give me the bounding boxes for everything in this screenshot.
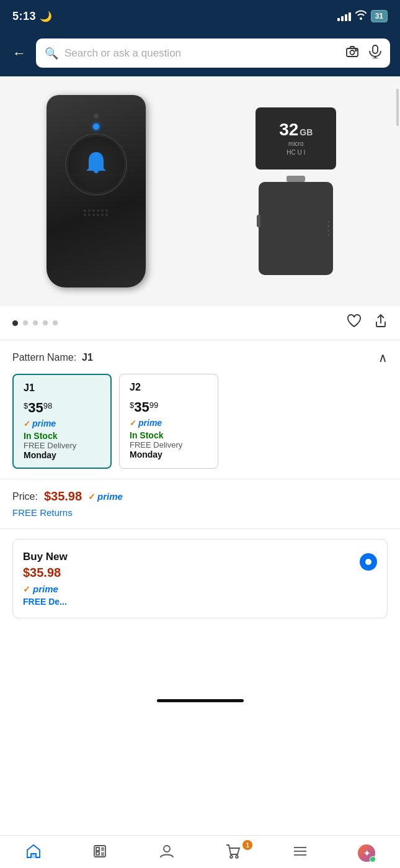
sd-type-label: micro — [288, 140, 303, 147]
nav-ai[interactable]: ✦ — [351, 844, 382, 862]
wishlist-button[interactable] — [347, 314, 362, 332]
image-dot-3[interactable] — [33, 320, 38, 325]
pattern-j1-name: J1 — [24, 382, 100, 394]
search-bar-container: ← 🔍 Search or ask a question — [0, 32, 400, 76]
scrollbar[interactable] — [396, 89, 399, 126]
price-prime: ✓ prime — [88, 491, 123, 502]
pattern-j1-prime: ✓ prime — [24, 418, 100, 428]
nav-home[interactable] — [18, 843, 49, 863]
image-actions — [347, 314, 388, 332]
nav-orders[interactable] — [84, 843, 115, 863]
pattern-section: Pattern Name: J1 ∧ J1 $3598 ✓ prime In S… — [0, 340, 400, 479]
pattern-j1-stock: In Stock — [24, 431, 100, 441]
buy-prime-row: ✓ prime — [23, 584, 360, 594]
pattern-card-j2[interactable]: J2 $3599 ✓ prime In Stock FREE Delivery … — [119, 374, 218, 469]
doorbell-image — [47, 95, 146, 287]
product-accessories: 32 GB micro HC U I — [192, 95, 400, 287]
svg-point-1 — [350, 50, 355, 55]
image-controls — [0, 306, 400, 340]
sd-gb-label: 32 — [279, 120, 298, 140]
adapter-prong — [287, 176, 305, 182]
buy-new-radio[interactable] — [360, 553, 377, 571]
buy-new-section[interactable]: Buy New $35.98 ✓ prime FREE De... — [12, 539, 388, 618]
pattern-label: Pattern Name: J1 — [12, 352, 93, 363]
pattern-card-j1[interactable]: J1 $3598 ✓ prime In Stock FREE Delivery … — [12, 374, 112, 469]
search-bar[interactable]: 🔍 Search or ask a question — [36, 38, 390, 68]
buy-new-label: Buy New — [23, 551, 360, 563]
doorbell-led — [93, 124, 99, 130]
nav-account[interactable] — [151, 843, 182, 863]
buy-free-delivery: FREE De... — [23, 597, 360, 607]
ai-assistant-icon: ✦ — [358, 844, 375, 862]
image-dot-1[interactable] — [12, 320, 18, 326]
wifi-icon — [355, 10, 367, 22]
cart-badge: 1 — [242, 840, 252, 850]
nav-cart[interactable]: 1 — [218, 843, 249, 863]
pattern-selected-name: J1 — [82, 352, 93, 363]
chime-adapter-image — [259, 182, 333, 275]
home-icon — [25, 843, 42, 863]
free-returns-link[interactable]: FREE Returns — [12, 507, 73, 518]
bottom-nav: 1 ✦ — [0, 835, 400, 868]
camera-search-icon[interactable] — [345, 45, 359, 61]
doorbell-speaker — [80, 206, 112, 220]
signal-bars-icon — [337, 11, 351, 21]
svg-rect-3 — [373, 45, 378, 53]
price-prime-check: ✓ — [88, 492, 96, 502]
pattern-header: Pattern Name: J1 ∧ — [12, 350, 388, 365]
bottom-spacer — [0, 628, 400, 690]
mic-icon[interactable] — [369, 45, 381, 61]
price-amount: $35.98 — [44, 489, 82, 504]
nav-menu[interactable] — [285, 843, 316, 863]
pattern-j1-day: Monday — [24, 450, 100, 460]
battery-indicator: 31 — [371, 10, 388, 22]
share-button[interactable] — [374, 314, 388, 332]
search-input[interactable]: Search or ask a question — [64, 47, 339, 60]
svg-point-16 — [230, 856, 233, 858]
status-time: 5:13 — [12, 10, 36, 23]
product-main-image — [0, 76, 192, 306]
price-section: Price: $35.98 ✓ prime FREE Returns — [0, 479, 400, 529]
doorbell-bell-area — [65, 133, 127, 196]
buy-prime-label: prime — [33, 584, 58, 594]
status-bar: 5:13 🌙 31 — [0, 0, 400, 32]
menu-icon — [292, 843, 308, 863]
image-dot-2[interactable] — [23, 320, 28, 325]
image-dot-5[interactable] — [53, 320, 58, 325]
doorbell-camera — [94, 114, 99, 119]
home-bar — [157, 699, 244, 702]
svg-rect-9 — [96, 848, 99, 851]
home-indicator — [0, 690, 400, 710]
image-dot-4[interactable] — [43, 320, 48, 325]
product-image-area: 32 GB micro HC U I — [0, 76, 400, 306]
pattern-j1-delivery: FREE Delivery — [24, 441, 100, 450]
image-dots — [12, 320, 58, 326]
moon-icon: 🌙 — [40, 11, 52, 22]
pattern-j2-stock: In Stock — [130, 430, 208, 440]
pattern-j2-price: $3599 — [130, 399, 208, 415]
svg-rect-10 — [96, 852, 99, 855]
sd-class-label: HC U I — [287, 149, 305, 156]
cart-icon — [225, 843, 241, 863]
svg-point-15 — [164, 846, 170, 852]
orders-icon — [92, 843, 108, 863]
pattern-options: J1 $3598 ✓ prime In Stock FREE Delivery … — [12, 374, 388, 469]
svg-point-17 — [236, 856, 238, 858]
pattern-j2-delivery: FREE Delivery — [130, 440, 208, 450]
ai-status-dot — [370, 856, 376, 862]
pattern-collapse-button[interactable]: ∧ — [378, 350, 388, 365]
price-label: Price: — [12, 491, 38, 502]
svg-rect-7 — [31, 854, 36, 857]
price-prime-label: prime — [97, 491, 123, 502]
price-row: Price: $35.98 ✓ prime — [12, 489, 388, 504]
buy-new-price: $35.98 — [23, 566, 360, 580]
account-icon — [159, 843, 175, 863]
pattern-j2-day: Monday — [130, 450, 208, 459]
svg-point-2 — [355, 50, 357, 51]
back-button[interactable]: ← — [10, 43, 29, 64]
buy-new-info: Buy New $35.98 ✓ prime FREE De... — [23, 551, 360, 607]
pattern-j2-name: J2 — [130, 382, 208, 393]
sd-card-image: 32 GB micro HC U I — [256, 107, 336, 170]
pattern-j2-prime: ✓ prime — [130, 418, 208, 428]
buy-prime-check: ✓ — [23, 584, 30, 594]
